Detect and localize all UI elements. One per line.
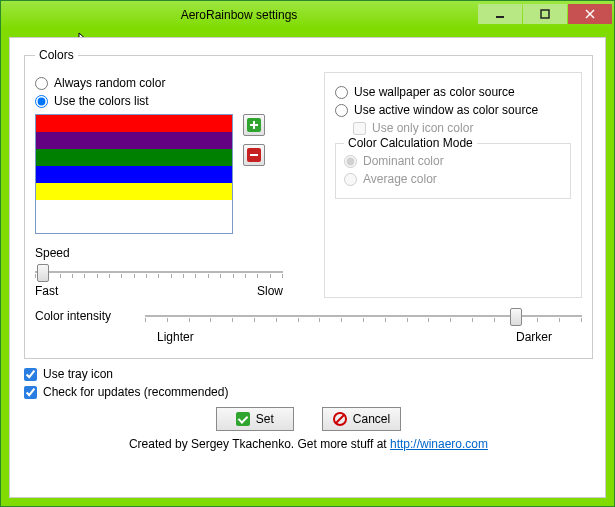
color-list-item[interactable] xyxy=(36,149,232,166)
radio-average-color-label: Average color xyxy=(363,172,437,186)
intensity-label: Color intensity xyxy=(35,309,135,323)
radio-always-random[interactable]: Always random color xyxy=(35,76,312,90)
radio-average-color: Average color xyxy=(344,172,562,186)
window: AeroRainbow settings Colors Always rando… xyxy=(0,0,615,507)
cancel-button[interactable]: Cancel xyxy=(322,407,401,431)
check-use-tray-icon-input[interactable] xyxy=(24,368,37,381)
set-button-label: Set xyxy=(256,412,274,426)
window-buttons xyxy=(477,4,612,26)
cancel-button-label: Cancel xyxy=(353,412,390,426)
speed-label: Speed xyxy=(35,246,312,260)
check-updates-input[interactable] xyxy=(24,386,37,399)
calc-mode-groupbox: Color Calculation Mode Dominant color Av… xyxy=(335,143,571,199)
remove-color-button[interactable] xyxy=(243,144,265,166)
client-area: Colors Always random color Use the color… xyxy=(9,37,606,498)
radio-dominant-color: Dominant color xyxy=(344,154,562,168)
speed-block: Speed Fast Slow xyxy=(35,246,312,298)
color-list-item[interactable] xyxy=(36,166,232,183)
speed-slider-thumb[interactable] xyxy=(37,264,49,282)
intensity-max-label: Darker xyxy=(516,330,552,344)
color-listbox[interactable] xyxy=(35,114,233,234)
footer-link[interactable]: http://winaero.com xyxy=(390,437,488,451)
left-column: Always random color Use the colors list xyxy=(35,72,312,298)
calc-mode-legend: Color Calculation Mode xyxy=(344,136,477,150)
minus-icon xyxy=(247,148,261,162)
check-updates[interactable]: Check for updates (recommended) xyxy=(24,385,593,399)
intensity-slider[interactable] xyxy=(145,306,582,326)
radio-use-colors-list-input[interactable] xyxy=(35,95,48,108)
radio-average-color-input xyxy=(344,173,357,186)
check-icon-only: Use only icon color xyxy=(353,121,571,135)
radio-wallpaper-source-input[interactable] xyxy=(335,86,348,99)
intensity-row: Color intensity xyxy=(35,304,582,328)
svg-rect-0 xyxy=(496,16,504,18)
radio-dominant-color-input xyxy=(344,155,357,168)
check-icon-only-input xyxy=(353,122,366,135)
radio-always-random-input[interactable] xyxy=(35,77,48,90)
radio-active-window-source-input[interactable] xyxy=(335,104,348,117)
speed-max-label: Slow xyxy=(257,284,283,298)
check-icon xyxy=(236,412,250,426)
footer: Created by Sergey Tkachenko. Get more st… xyxy=(24,437,593,451)
maximize-button[interactable] xyxy=(523,4,567,24)
radio-active-window-source-label: Use active window as color source xyxy=(354,103,538,117)
intensity-slider-thumb[interactable] xyxy=(510,308,522,326)
radio-dominant-color-label: Dominant color xyxy=(363,154,444,168)
colors-groupbox: Colors Always random color Use the color… xyxy=(24,48,593,359)
radio-active-window-source[interactable]: Use active window as color source xyxy=(335,103,571,117)
radio-always-random-label: Always random color xyxy=(54,76,165,90)
close-button[interactable] xyxy=(568,4,612,24)
svg-rect-1 xyxy=(541,10,549,18)
color-list-item[interactable] xyxy=(36,115,232,132)
svg-rect-8 xyxy=(250,154,258,156)
colors-legend: Colors xyxy=(35,48,78,62)
radio-use-colors-list-label: Use the colors list xyxy=(54,94,149,108)
add-color-button[interactable] xyxy=(243,114,265,136)
window-title: AeroRainbow settings xyxy=(1,8,477,22)
check-use-tray-icon-label: Use tray icon xyxy=(43,367,113,381)
check-icon-only-label: Use only icon color xyxy=(372,121,473,135)
radio-use-colors-list[interactable]: Use the colors list xyxy=(35,94,312,108)
right-column: Use wallpaper as color source Use active… xyxy=(324,72,582,298)
check-use-tray-icon[interactable]: Use tray icon xyxy=(24,367,593,381)
minimize-button[interactable] xyxy=(478,4,522,24)
radio-wallpaper-source[interactable]: Use wallpaper as color source xyxy=(335,85,571,99)
titlebar: AeroRainbow settings xyxy=(1,1,614,29)
set-button[interactable]: Set xyxy=(216,407,294,431)
color-list-item[interactable] xyxy=(36,183,232,200)
footer-text: Created by Sergey Tkachenko. Get more st… xyxy=(129,437,390,451)
radio-wallpaper-source-label: Use wallpaper as color source xyxy=(354,85,515,99)
speed-slider[interactable] xyxy=(35,262,283,282)
color-list-item[interactable] xyxy=(36,132,232,149)
svg-rect-6 xyxy=(250,124,258,126)
intensity-min-label: Lighter xyxy=(157,330,194,344)
check-updates-label: Check for updates (recommended) xyxy=(43,385,228,399)
cancel-icon xyxy=(333,412,347,426)
speed-min-label: Fast xyxy=(35,284,58,298)
plus-icon xyxy=(247,118,261,132)
